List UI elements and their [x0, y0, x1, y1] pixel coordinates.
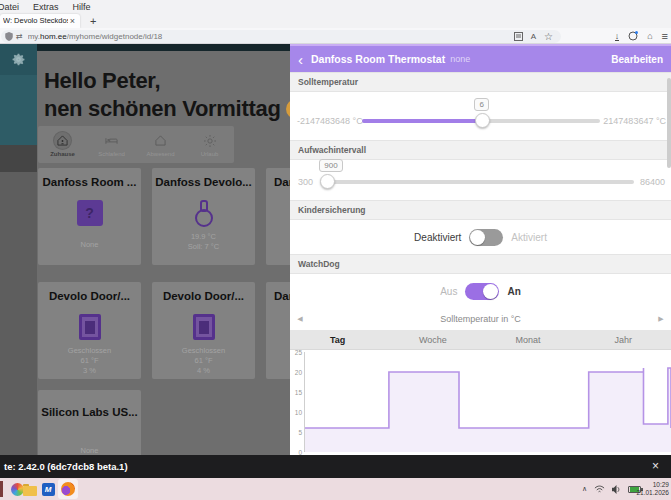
mode-schlafend[interactable]: Schlafend	[87, 126, 136, 163]
app-menu-icon[interactable]: ≡	[662, 30, 668, 42]
volume-icon[interactable]	[612, 485, 621, 494]
panel-subtitle: none	[450, 54, 470, 64]
shield-permissions-icon[interactable]	[5, 32, 13, 41]
mode-urlaub[interactable]: Urlaub	[185, 126, 234, 163]
app-sidebar	[0, 44, 37, 455]
kindersicherung-toggle-row: Deaktiviert Aktiviert	[290, 220, 671, 254]
unknown-device-icon: ?	[77, 200, 103, 226]
y-tick-label: 25	[295, 349, 302, 356]
greeting-line2: nen schönen Vormittag	[44, 96, 281, 121]
watchdog-toggle[interactable]	[465, 283, 499, 300]
tab-monat[interactable]: Monat	[481, 330, 576, 349]
tab-woche[interactable]: Woche	[385, 330, 480, 349]
browser-tab[interactable]: W: Devolo Steckdose 1.0 MT.. ×	[0, 14, 80, 28]
y-tick-label: 10	[295, 409, 302, 416]
solltemperatur-slider[interactable]: 6	[362, 119, 600, 123]
tab-close-icon[interactable]: ×	[68, 16, 77, 26]
watchdog-toggle-row: Aus An	[290, 274, 671, 308]
house-outline-icon	[155, 135, 166, 146]
reader-mode-icon[interactable]	[514, 32, 523, 41]
sidebar-item-selected[interactable]	[0, 145, 37, 172]
soll-value-tooltip: 6	[474, 98, 488, 111]
bookmark-star-icon[interactable]: ☆	[544, 31, 553, 42]
taskbar: M ∧ 10:29 21.01.2026	[0, 478, 671, 500]
menu-file[interactable]: Datei	[0, 2, 26, 12]
aufwach-value-tooltip: 900	[319, 159, 342, 172]
taskbar-firefox-active[interactable]	[58, 479, 78, 499]
panel-header: ‹ Danfoss Room Thermostat none Bearbeite…	[290, 46, 671, 72]
menu-extras[interactable]: Extras	[26, 2, 66, 12]
webpage: Hello Peter, nen schönen Vormittag Zuhau…	[0, 44, 671, 455]
toggle-knob	[483, 284, 498, 299]
chart-next-icon[interactable]: ▶	[651, 315, 671, 323]
download-icon[interactable]: ↓	[615, 32, 620, 41]
taskbar-explorer[interactable]	[22, 481, 38, 497]
firefox-icon	[61, 482, 75, 496]
chart-area	[305, 368, 671, 452]
status-close-icon[interactable]: ×	[652, 459, 659, 473]
soll-min-label: -2147483648 °C	[297, 116, 363, 126]
mode-selector: Zuhause Schlafend Abwesend Urlaub	[38, 126, 234, 163]
tab-tag[interactable]: Tag	[290, 330, 385, 349]
sidebar-settings-button[interactable]	[0, 44, 37, 75]
device-card-danfoss-devolo[interactable]: Danfoss Devolo... 19.9 °CSoll: 7 °C	[152, 168, 255, 265]
menu-help[interactable]: Hilfe	[66, 2, 98, 12]
device-card-danfoss-room[interactable]: Danfoss Room ... ? None	[38, 168, 141, 265]
y-tick-label: 5	[298, 429, 302, 436]
watchdog-on-label: An	[507, 286, 520, 297]
taskbar-cut-icon[interactable]	[0, 481, 3, 497]
bed-icon	[105, 136, 118, 145]
page-top-navbar	[37, 44, 290, 51]
step-chart: 0510152025	[290, 350, 671, 455]
browser-urlbar-row: ⇄ my.hom.ee/myhome/widgetnode/id/18 A ☆ …	[0, 28, 671, 44]
aufwach-max-label: 86400	[640, 177, 665, 187]
greeting: Hello Peter, nen schönen Vormittag	[44, 67, 306, 123]
swap-icon[interactable]: ⇄	[16, 32, 23, 41]
y-tick-label: 20	[295, 369, 302, 376]
status-text: te: 2.42.0 (6dc7dcb8 beta.1)	[4, 461, 128, 472]
device-card-door-1[interactable]: Devolo Door/... Geschlossen61 °F3 %	[38, 282, 141, 379]
thermostat-valve-icon	[195, 200, 213, 228]
home-person-icon	[57, 135, 68, 146]
clock[interactable]: 10:29 21.01.2026	[636, 481, 669, 497]
section-aufwachintervall: Aufwachintervall	[290, 140, 671, 160]
folder-icon	[23, 486, 37, 496]
kindersicherung-toggle[interactable]	[469, 229, 503, 246]
aufwach-slider-thumb[interactable]	[320, 174, 335, 189]
aufwachintervall-slider-row: 300 86400 900	[290, 162, 671, 200]
clock-date: 21.01.2026	[636, 489, 669, 497]
blue-app-icon: M	[42, 483, 55, 496]
edit-button[interactable]: Bearbeiten	[611, 54, 663, 65]
greeting-line1: Hello Peter,	[44, 67, 306, 95]
device-card-silicon-labs[interactable]: Silicon Labs US... None	[38, 390, 141, 455]
gear-icon	[12, 53, 25, 66]
soll-slider-fill	[362, 119, 483, 123]
back-icon[interactable]: ‹	[298, 52, 303, 67]
soll-max-label: 2147483647 °C	[603, 116, 666, 126]
tray-chevron-up-icon[interactable]: ∧	[582, 485, 587, 493]
tab-jahr[interactable]: Jahr	[576, 330, 671, 349]
aufwach-min-label: 300	[298, 177, 313, 187]
mode-zuhause[interactable]: Zuhause	[38, 126, 87, 163]
browser-menubar: Datei Extras Hilfe	[0, 0, 671, 13]
device-card-door-2[interactable]: Devolo Door/... Geschlossen61 °F4 %	[152, 282, 255, 379]
account-icon[interactable]	[628, 31, 638, 41]
update-status-bar: te: 2.42.0 (6dc7dcb8 beta.1) ×	[0, 455, 671, 478]
url-bar[interactable]: ⇄ my.hom.ee/myhome/widgetnode/id/18 A ☆	[1, 30, 561, 43]
translate-icon[interactable]: A	[531, 32, 536, 41]
wifi-icon[interactable]	[594, 485, 605, 494]
panel-scrollbar-thumb[interactable]	[667, 78, 671, 168]
system-tray: ∧	[582, 478, 641, 500]
chart-prev-icon[interactable]: ◀	[290, 315, 310, 323]
home-icon[interactable]: ⌂	[647, 31, 652, 41]
mode-abwesend[interactable]: Abwesend	[136, 126, 185, 163]
taskbar-blue-app[interactable]: M	[40, 481, 56, 497]
door-sensor-icon	[79, 314, 101, 340]
aufwachintervall-slider[interactable]: 900	[322, 180, 634, 184]
chart-title: Solltemperatur in °C	[310, 314, 651, 324]
sun-icon	[204, 135, 216, 147]
soll-slider-thumb[interactable]	[475, 113, 490, 128]
kindersicherung-on-label: Aktiviert	[511, 232, 547, 243]
new-tab-button[interactable]: +	[90, 15, 96, 27]
solltemperatur-slider-row: -2147483648 °C 2147483647 °C 6	[290, 92, 671, 140]
